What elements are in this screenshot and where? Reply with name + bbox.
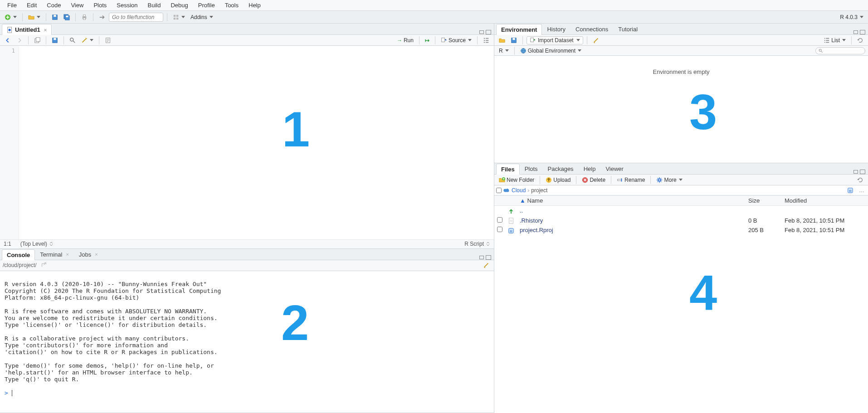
- env-language-label: R: [499, 48, 503, 54]
- file-checkbox[interactable]: [497, 217, 502, 223]
- tab-history[interactable]: History: [542, 24, 570, 34]
- menu-debug[interactable]: Debug: [166, 0, 192, 10]
- menu-help[interactable]: Help: [244, 0, 265, 10]
- env-language-selector[interactable]: R: [497, 47, 511, 55]
- source-button[interactable]: Source: [439, 36, 473, 44]
- save-button[interactable]: [50, 13, 60, 21]
- refresh-files-button[interactable]: [855, 176, 865, 184]
- run-button[interactable]: → Run: [395, 36, 415, 44]
- clear-console-button[interactable]: [481, 261, 491, 269]
- grid-button[interactable]: [171, 13, 187, 21]
- menu-view[interactable]: View: [66, 0, 88, 10]
- import-dataset-button[interactable]: Import Dataset: [527, 36, 583, 44]
- env-search-input[interactable]: [815, 47, 865, 54]
- goto-file-input[interactable]: [109, 13, 163, 22]
- back-button[interactable]: [3, 36, 13, 44]
- menu-profile[interactable]: Profile: [194, 0, 219, 10]
- print-button[interactable]: [79, 13, 89, 21]
- tab-terminal[interactable]: Terminal×: [35, 249, 74, 260]
- compile-report-button[interactable]: [103, 36, 113, 44]
- goto-button[interactable]: [97, 13, 107, 21]
- save-workspace-button[interactable]: [509, 36, 519, 44]
- file-checkbox[interactable]: [497, 227, 502, 232]
- tab-console[interactable]: Console: [2, 249, 35, 260]
- code-area[interactable]: 1: [19, 46, 494, 239]
- minimize-pane-icon[interactable]: [853, 30, 858, 34]
- delete-label: Delete: [590, 177, 605, 183]
- code-tools-button[interactable]: [79, 36, 95, 44]
- tab-plots[interactable]: Plots: [520, 163, 543, 174]
- file-row[interactable]: R project.Rproj 205 B Feb 8, 2021, 10:51…: [494, 225, 868, 235]
- console-output[interactable]: R version 4.0.3 (2020-10-10) -- "Bunny-W…: [0, 271, 494, 413]
- env-view-mode[interactable]: List: [822, 36, 848, 44]
- open-project-button[interactable]: [26, 13, 42, 21]
- file-row[interactable]: .Rhistory 0 B Feb 8, 2021, 10:51 PM: [494, 216, 868, 226]
- minimize-pane-icon[interactable]: [853, 170, 858, 174]
- select-all-checkbox[interactable]: [496, 188, 502, 193]
- scope-selector[interactable]: (Top Level): [20, 241, 54, 247]
- switch-to-project-button[interactable]: R: [845, 186, 855, 194]
- tab-viewer[interactable]: Viewer: [600, 163, 629, 174]
- menu-plots[interactable]: Plots: [89, 0, 111, 10]
- tab-jobs[interactable]: Jobs×: [74, 249, 103, 260]
- forward-button[interactable]: [15, 36, 24, 44]
- r-version-selector[interactable]: R 4.0.3: [838, 13, 865, 21]
- close-tab-icon[interactable]: ×: [95, 252, 98, 257]
- maximize-pane-icon[interactable]: [860, 170, 865, 174]
- tab-environment[interactable]: Environment: [496, 24, 542, 35]
- crumb-cloud[interactable]: Cloud: [512, 187, 526, 194]
- menu-file[interactable]: File: [3, 0, 21, 10]
- save-all-button[interactable]: [62, 13, 72, 21]
- show-in-new-window-button[interactable]: [32, 36, 42, 44]
- crumb-project[interactable]: project: [531, 187, 547, 194]
- broom-icon: [483, 262, 489, 268]
- arrow-right-icon: [16, 37, 23, 44]
- col-size[interactable]: Size: [746, 196, 782, 206]
- file-name[interactable]: project.Rproj: [517, 225, 746, 235]
- more-button[interactable]: More: [654, 176, 684, 184]
- files-more-button[interactable]: …: [857, 186, 866, 194]
- save-source-button[interactable]: [50, 36, 60, 44]
- menu-tools[interactable]: Tools: [220, 0, 243, 10]
- outline-button[interactable]: [481, 36, 491, 44]
- maximize-pane-icon[interactable]: [860, 30, 865, 34]
- clear-env-button[interactable]: [591, 36, 601, 44]
- filetype-selector[interactable]: R Script: [464, 241, 490, 247]
- tab-connections[interactable]: Connections: [571, 24, 613, 34]
- source-tab-untitled[interactable]: Untitled1 ×: [2, 24, 52, 35]
- tab-help[interactable]: Help: [579, 163, 601, 174]
- tab-packages[interactable]: Packages: [543, 163, 579, 174]
- new-folder-button[interactable]: New Folder: [497, 176, 536, 184]
- rerun-button[interactable]: ↦: [423, 36, 431, 44]
- close-tab-icon[interactable]: ×: [66, 252, 68, 257]
- upload-button[interactable]: Upload: [544, 176, 572, 184]
- source-icon: [441, 37, 447, 44]
- tab-files[interactable]: Files: [496, 164, 520, 175]
- menu-code[interactable]: Code: [42, 0, 65, 10]
- addins-button[interactable]: Addins: [189, 13, 215, 21]
- close-tab-icon[interactable]: ×: [44, 27, 47, 33]
- col-name[interactable]: ▲ Name: [517, 196, 746, 206]
- env-scope-selector[interactable]: Global Environment: [518, 47, 583, 55]
- col-modified[interactable]: Modified: [782, 196, 868, 206]
- find-button[interactable]: [68, 36, 78, 44]
- menu-edit[interactable]: Edit: [22, 0, 41, 10]
- source-pane: Untitled1 ×: [0, 24, 494, 249]
- maximize-pane-icon[interactable]: [486, 30, 491, 34]
- file-name[interactable]: .Rhistory: [517, 216, 746, 226]
- editor-body[interactable]: 1 1: [0, 46, 494, 239]
- console-path-popup[interactable]: [39, 261, 49, 269]
- svg-rect-8: [83, 18, 85, 19]
- minimize-pane-icon[interactable]: [479, 256, 484, 259]
- menu-session[interactable]: Session: [112, 0, 142, 10]
- menu-build[interactable]: Build: [143, 0, 166, 10]
- rename-button[interactable]: Rename: [615, 176, 647, 184]
- maximize-pane-icon[interactable]: [486, 255, 491, 260]
- tab-tutorial[interactable]: Tutorial: [613, 24, 643, 34]
- refresh-env-button[interactable]: [855, 36, 865, 44]
- minimize-pane-icon[interactable]: [479, 30, 484, 34]
- delete-button[interactable]: Delete: [580, 176, 607, 184]
- new-file-button[interactable]: [3, 13, 19, 21]
- load-workspace-button[interactable]: [497, 36, 507, 44]
- files-up-row[interactable]: ..: [494, 206, 868, 216]
